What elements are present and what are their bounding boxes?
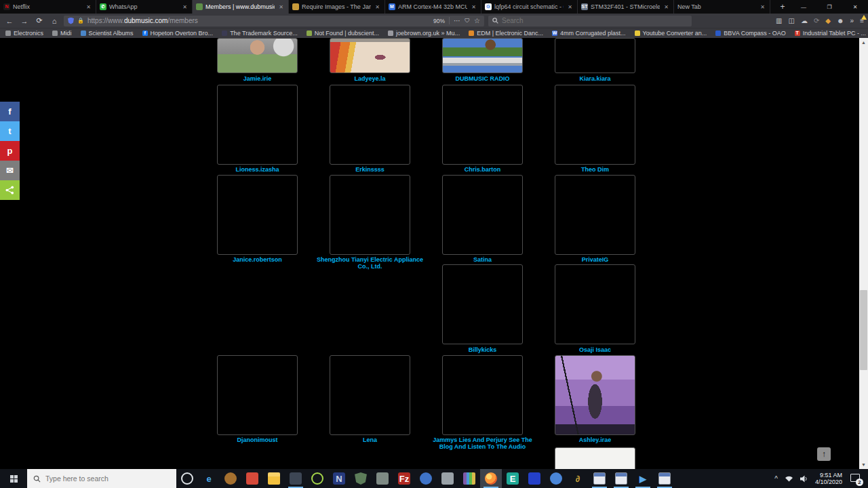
search-input[interactable] (502, 17, 688, 24)
document-app-icon-2[interactable] (610, 469, 632, 488)
member-name-link[interactable]: Janice.robertson (201, 256, 313, 263)
url-bar[interactable]: 🔒 https://www.dubmusic.com/members 90% ⋯… (64, 16, 484, 26)
member-card[interactable] (555, 447, 635, 469)
member-name-link[interactable]: Jamie.irie (201, 75, 313, 82)
member-card-erkinssss[interactable] (330, 85, 410, 165)
tab-close-icon[interactable]: ✕ (663, 4, 670, 10)
scroll-to-top-button[interactable]: ↑ (817, 447, 831, 461)
member-name-link[interactable]: Billykicks (427, 346, 538, 353)
tab-close-icon[interactable]: ✕ (277, 4, 285, 10)
app-icon-green-ring[interactable] (307, 469, 328, 488)
tab-close-icon[interactable]: ✕ (566, 4, 574, 10)
shield-check-icon[interactable]: 🛡 (465, 18, 470, 24)
sync-icon[interactable]: ⟳ (814, 17, 819, 24)
app-icon-brown[interactable] (220, 469, 241, 488)
bookmark-star-icon[interactable]: ☆ (474, 17, 480, 24)
app-icon-gray-cube[interactable] (372, 469, 393, 488)
bookmark-midi[interactable]: Midi (52, 30, 72, 37)
member-name-link[interactable]: PrivateIG (539, 256, 651, 263)
edge-icon[interactable]: e (198, 469, 220, 488)
member-name-link[interactable]: Osaji Isaac (539, 346, 651, 353)
email-share-button[interactable]: ✉ (0, 161, 20, 180)
tab-arm-cortex-m4-32b-mcu-f[interactable]: MARM Cortex-M4 32b MCU+F✕ (385, 0, 481, 14)
taskbar-search-input[interactable] (45, 474, 170, 483)
member-name-link[interactable]: Kiara.kiara (539, 75, 651, 82)
forward-button[interactable]: → (19, 17, 30, 25)
bookmark-electronics[interactable]: Electronics (5, 30, 43, 37)
scrollbar-down-arrow[interactable]: ▼ (859, 460, 868, 469)
member-card-theo-dim[interactable] (555, 85, 635, 165)
document-app-icon-3[interactable] (654, 469, 675, 488)
library-icon[interactable]: ▥ (776, 17, 782, 24)
tab-close-icon[interactable]: ✕ (85, 4, 92, 10)
member-card-ashley-irae[interactable] (555, 355, 635, 435)
back-button[interactable]: ← (4, 17, 15, 25)
file-explorer-icon[interactable] (263, 469, 285, 488)
bookmark-hopeton-overton-bro[interactable]: fHopeton Overton Bro... (142, 30, 214, 37)
bookmark-joebrown-org-uk-mu[interactable]: joebrown.org.uk » Mu... (388, 30, 460, 37)
easyeda-icon[interactable]: E (502, 469, 524, 488)
menu-button[interactable]: ≡ (860, 17, 864, 24)
bookmark-industrial-tablet-pc[interactable]: TIndustrial Tablet PC - ... (795, 30, 866, 37)
tab-close-icon[interactable]: ✕ (470, 4, 477, 10)
member-name-link[interactable]: Jammys Lies And Perjury See The Blog And… (427, 436, 538, 450)
tab-close-icon[interactable]: ✕ (374, 4, 381, 10)
page-scrollbar[interactable]: ▲ ▼ (859, 38, 868, 469)
player-app-icon[interactable]: ▶ (632, 469, 654, 488)
member-card-chris-barton[interactable] (442, 85, 523, 165)
bookmark-scientist-albums[interactable]: Scientist Albums (81, 30, 134, 37)
page-actions-icon[interactable]: ⋯ (454, 17, 460, 24)
volume-icon[interactable] (800, 475, 808, 483)
app-icon-navy[interactable]: N (328, 469, 350, 488)
app-icon-gold[interactable]: ∂ (567, 469, 589, 488)
member-card-dubmusic-radio[interactable] (442, 38, 523, 73)
member-name-link[interactable]: Satina (427, 256, 538, 263)
member-card-ladyeye-la[interactable] (330, 38, 410, 73)
close-window-button[interactable]: ✕ (842, 0, 868, 14)
member-card-lioness-izasha[interactable] (217, 85, 298, 165)
tracking-protection-shield-icon[interactable] (68, 18, 74, 24)
sidebar-icon[interactable]: ◫ (789, 17, 795, 24)
twitter-share-button[interactable]: t (0, 121, 20, 141)
member-card-lena[interactable] (330, 355, 410, 435)
member-name-link[interactable]: Lioness.izasha (201, 166, 313, 173)
bookmark-edm-electronic-danc[interactable]: EDM | Electronic Danc... (469, 30, 543, 37)
filezilla-icon[interactable]: Fz (393, 469, 415, 488)
firefox-icon[interactable] (480, 469, 502, 488)
pinterest-share-button[interactable]: p (0, 141, 20, 161)
app-icon-gray-box[interactable] (437, 469, 458, 488)
member-name-link[interactable]: Ladyeye.la (314, 75, 426, 82)
extension-icon[interactable]: ◆ (825, 17, 831, 24)
member-name-link[interactable]: Erkinssss (314, 166, 426, 173)
zoom-level-indicator[interactable]: 90% (433, 18, 445, 24)
tab-close-icon[interactable]: ✕ (181, 4, 189, 10)
search-bar[interactable] (488, 16, 692, 26)
tab-whatsapp[interactable]: ✆WhatsApp✕ (96, 0, 193, 14)
tab-new-tab[interactable]: New Tab✕ (674, 0, 770, 14)
start-button[interactable] (0, 469, 27, 488)
member-name-link[interactable]: Chris.barton (427, 166, 538, 173)
member-name-link[interactable]: DUBMUSIC RADIO (427, 75, 538, 82)
taskbar-clock[interactable]: 9:51 AM 4/10/2020 (815, 472, 842, 485)
home-button[interactable]: ⌂ (49, 17, 60, 25)
member-card-janice-robertson[interactable] (217, 175, 298, 255)
bookmark-4mm-corrugated-plast[interactable]: W4mm Corrugated plast... (552, 30, 626, 37)
notification-center-button[interactable]: 2 (849, 473, 861, 484)
tab-require-images-the-jamro[interactable]: Require Images - The Jamro✕ (289, 0, 385, 14)
tab-lqfp64-circuit-schematic-go[interactable]: Glqfp64 circuit schematic - Go✕ (481, 0, 578, 14)
bookmark-the-trademark-source[interactable]: The Trademark Source... (222, 30, 298, 37)
member-card-jammys-lies-and-perjury-see-[interactable] (442, 355, 523, 435)
member-name-link[interactable]: Theo Dim (539, 166, 651, 173)
bookmark-youtube-converter-an[interactable]: Youtube Converter an... (635, 30, 707, 37)
member-card-kiara-kiara[interactable] (555, 38, 635, 73)
bookmark-not-found-dubscient[interactable]: Not Found | dubscient... (307, 30, 379, 37)
app-icon-swirl[interactable] (545, 469, 567, 488)
facebook-share-button[interactable]: f (0, 102, 20, 121)
cortana-icon[interactable] (176, 469, 198, 488)
member-card-djanonimoust[interactable] (217, 355, 298, 435)
toolbar-overflow-icon[interactable]: » (850, 17, 854, 24)
member-name-link[interactable]: Lena (314, 436, 426, 443)
document-app-icon-1[interactable] (589, 469, 610, 488)
scrollbar-thumb[interactable] (860, 290, 867, 370)
reload-button[interactable]: ⟳ (34, 16, 45, 25)
